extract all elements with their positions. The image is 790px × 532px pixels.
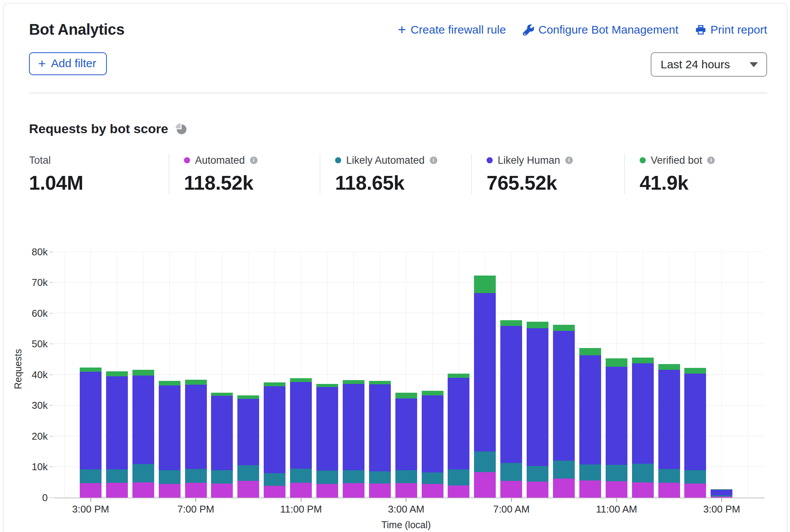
bar-segment-likely-automated [684, 470, 706, 484]
bar-column-17[interactable] [527, 251, 553, 498]
bar-segment-verified-bot [395, 393, 417, 398]
stat-likely-human: Likely Humani765.52k [471, 154, 624, 194]
bar-segment-verified-bot [422, 391, 443, 395]
y-axis-tick [50, 374, 53, 375]
x-axis-tick [90, 498, 91, 502]
stat-label: Verified bot [651, 155, 702, 166]
y-axis-label: 20k [6, 430, 48, 442]
add-filter-button[interactable]: + Add filter [29, 52, 107, 75]
bar-segment-likely-automated [316, 471, 338, 484]
bar-segment-likely-human [553, 331, 575, 461]
bar-segment-verified-bot [132, 370, 154, 376]
bar-segment-likely-automated [80, 469, 102, 483]
y-axis-label: 50k [6, 338, 48, 350]
bar-column-19[interactable] [579, 251, 606, 498]
bar-segment-verified-bot [290, 378, 312, 382]
stacked-bar [343, 380, 364, 498]
bar-segment-likely-human [527, 328, 548, 466]
bar-column-15[interactable] [474, 251, 500, 498]
bar-segment-automated [500, 481, 522, 498]
bar-segment-automated [132, 482, 154, 498]
bar-segment-verified-bot [632, 358, 654, 363]
bar-column-5[interactable] [211, 251, 237, 498]
bar-segment-verified-bot [448, 374, 469, 377]
stacked-bar [606, 358, 627, 498]
y-axis-tick [50, 251, 53, 252]
bar-column-14[interactable] [448, 251, 474, 498]
time-range-select[interactable]: Last 24 hours [651, 52, 767, 77]
bar-segment-verified-bot [369, 381, 391, 384]
bar-segment-likely-automated [106, 469, 128, 483]
action-link-configure-bot-management[interactable]: Configure Bot Management [523, 23, 679, 36]
bar-column-16[interactable] [500, 251, 527, 498]
stat-value: 118.52k [184, 171, 320, 194]
bar-segment-verified-bot [553, 325, 575, 331]
x-axis-title: Time (local) [381, 519, 431, 530]
bar-segment-likely-automated [448, 469, 469, 485]
bar-column-6[interactable] [237, 251, 264, 498]
bar-segment-likely-human [106, 376, 128, 469]
y-axis-label: 40k [6, 369, 48, 380]
info-icon[interactable]: i [430, 156, 437, 164]
stacked-bar [448, 374, 469, 498]
bar-segment-likely-automated [395, 470, 417, 483]
bar-column-2[interactable] [132, 251, 159, 498]
y-axis-tick [50, 466, 53, 467]
bar-column-20[interactable] [606, 251, 632, 498]
y-axis-tick [50, 282, 53, 283]
plus-icon: + [38, 58, 46, 69]
x-axis-label: 11:00 PM [280, 503, 322, 515]
bar-column-0[interactable] [80, 251, 106, 498]
stacked-bar [132, 370, 154, 498]
bar-column-23[interactable] [684, 251, 711, 498]
legend-dot-likely-automated [335, 157, 341, 163]
bar-column-1[interactable] [106, 251, 132, 498]
info-icon[interactable]: i [250, 156, 258, 164]
bar-segment-likely-automated [343, 470, 364, 484]
info-icon[interactable]: i [707, 156, 715, 164]
bar-segment-verified-bot [264, 382, 285, 386]
header-actions: +Create firewall ruleConfigure Bot Manag… [398, 23, 767, 36]
bar-column-18[interactable] [553, 251, 579, 498]
action-label: Configure Bot Management [538, 23, 679, 36]
stacked-bar [185, 380, 207, 498]
action-link-create-firewall-rule[interactable]: +Create firewall rule [398, 23, 506, 36]
bar-column-21[interactable] [632, 251, 658, 498]
bar-column-10[interactable] [343, 251, 369, 498]
bar-column-12[interactable] [395, 251, 422, 498]
section-heading: Requests by bot score [29, 121, 168, 136]
stacked-bar [80, 368, 102, 498]
stacked-bar [264, 382, 285, 498]
bar-column-24[interactable] [711, 251, 737, 498]
bar-segment-likely-automated [553, 461, 575, 479]
card-header: Bot Analytics +Create firewall ruleConfi… [3, 3, 787, 93]
bar-segment-automated [106, 483, 128, 498]
bar-column-8[interactable] [290, 251, 316, 498]
x-axis-label: 3:00 PM [72, 503, 109, 515]
x-axis-label: 7:00 PM [177, 503, 214, 515]
bar-column-7[interactable] [264, 251, 290, 498]
bar-segment-likely-human [290, 382, 312, 469]
stacked-bar [632, 358, 654, 498]
bar-column-9[interactable] [316, 251, 343, 498]
bar-column-22[interactable] [658, 251, 685, 498]
info-icon[interactable]: i [565, 156, 573, 164]
stacked-bar [369, 381, 391, 498]
bar-column-3[interactable] [159, 251, 185, 498]
bar-segment-verified-bot [159, 381, 181, 385]
action-link-print-report[interactable]: Print report [695, 23, 767, 36]
y-axis-tick [50, 497, 53, 498]
bar-column-11[interactable] [369, 251, 395, 498]
x-axis-label: 7:00 AM [493, 503, 529, 515]
bar-column-4[interactable] [185, 251, 211, 498]
bar-segment-likely-human [658, 370, 680, 469]
bar-segment-likely-human [711, 490, 732, 495]
stats-row: Total1.04MAutomatedi118.52kLikely Automa… [29, 154, 787, 194]
bar-column-13[interactable] [422, 251, 448, 498]
x-axis-label: 11:00 AM [596, 503, 637, 515]
bar-segment-likely-automated [185, 469, 207, 482]
bar-segment-automated [448, 485, 469, 498]
bar-segment-likely-automated [658, 469, 680, 482]
bar-segment-automated [632, 482, 654, 498]
bar-segment-automated [579, 480, 601, 498]
